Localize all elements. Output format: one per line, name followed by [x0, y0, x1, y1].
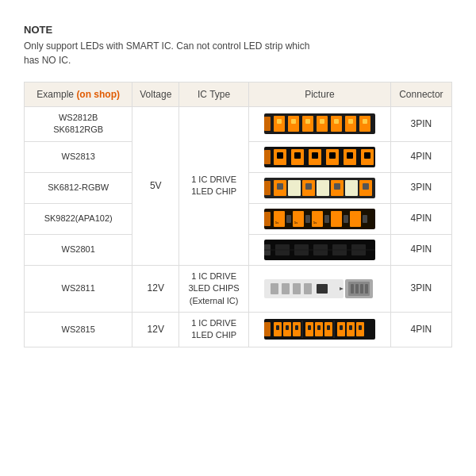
svg-rect-77 — [360, 284, 363, 294]
svg-rect-15 — [363, 119, 367, 124]
example-cell: WS2815 — [25, 312, 132, 347]
header-picture: Picture — [249, 83, 391, 107]
svg-text:5v: 5v — [275, 221, 278, 225]
svg-rect-28 — [347, 152, 353, 159]
picture-cell — [249, 312, 391, 347]
svg-rect-35 — [317, 180, 329, 196]
example-cell: WS2801 — [25, 234, 132, 265]
table-row: WS2811 12V 1 IC DRIVE3LED CHIPS(External… — [25, 265, 452, 312]
svg-rect-29 — [364, 152, 370, 159]
on-shop-label: (on shop) — [76, 89, 120, 100]
svg-text:5v: 5v — [294, 221, 298, 225]
svg-rect-72 — [304, 283, 312, 294]
picture-cell — [249, 107, 391, 142]
ic-type-cell-1: 1 IC DRIVE1LED CHIP — [179, 107, 249, 266]
svg-rect-71 — [293, 283, 301, 294]
header-example: Example (on shop) — [25, 83, 132, 107]
example-cell: SK6812-RGBW — [25, 172, 132, 203]
svg-rect-52 — [324, 215, 329, 223]
svg-rect-31 — [264, 181, 271, 195]
picture-cell — [249, 172, 391, 203]
picture-cell — [249, 265, 391, 312]
connector-cell: 3PIN — [390, 107, 451, 142]
svg-rect-54 — [363, 215, 367, 223]
note-text: Only support LEDs with SMART IC. Can not… — [24, 39, 452, 67]
example-cell: SK9822(APA102) — [25, 203, 132, 234]
svg-rect-11 — [305, 119, 310, 124]
svg-rect-24 — [277, 152, 283, 159]
svg-rect-75 — [351, 284, 354, 294]
svg-rect-13 — [334, 119, 339, 124]
note-line2: has NO IC. — [24, 55, 71, 66]
example-cell: WS2811 — [25, 265, 132, 312]
svg-rect-78 — [365, 284, 368, 294]
example-cell: WS2813 — [25, 141, 132, 172]
svg-rect-25 — [294, 152, 301, 159]
svg-rect-53 — [344, 215, 348, 223]
svg-rect-9 — [277, 119, 282, 124]
header-ic-type: IC Type — [179, 83, 249, 107]
table-row: WS2812BSK6812RGB 5V 1 IC DRIVE1LED CHIP — [25, 107, 452, 142]
svg-rect-10 — [291, 119, 296, 124]
header-voltage: Voltage — [132, 83, 179, 107]
connector-cell: 4PIN — [390, 141, 451, 172]
note-line1: Only support LEDs with SMART IC. Can not… — [24, 40, 309, 52]
svg-rect-33 — [288, 180, 301, 196]
header-connector: Connector — [390, 83, 451, 107]
svg-rect-92 — [295, 325, 298, 330]
picture-cell: 5v 5v 5v — [249, 203, 391, 234]
svg-rect-45 — [274, 211, 285, 227]
example-cell: WS2812BSK6812RGB — [25, 107, 132, 142]
note-title: NOTE — [24, 24, 452, 36]
svg-rect-97 — [349, 325, 352, 330]
svg-rect-26 — [312, 152, 318, 159]
svg-rect-80 — [264, 322, 271, 336]
svg-rect-46 — [293, 211, 304, 227]
picture-cell — [249, 141, 391, 172]
svg-rect-48 — [331, 211, 342, 227]
note-section: NOTE Only support LEDs with SMART IC. Ca… — [24, 24, 452, 67]
connector-cell: 4PIN — [390, 234, 451, 265]
voltage-cell-12v-2: 12V — [132, 312, 179, 347]
svg-rect-1 — [264, 117, 271, 131]
svg-rect-12 — [320, 119, 324, 124]
svg-rect-95 — [327, 325, 330, 330]
voltage-cell-5v: 5V — [132, 107, 179, 266]
svg-rect-17 — [264, 150, 271, 164]
svg-rect-94 — [317, 325, 321, 330]
connector-cell: 4PIN — [390, 312, 451, 347]
svg-rect-91 — [286, 325, 289, 330]
connector-cell: 4PIN — [390, 203, 451, 234]
svg-rect-90 — [276, 325, 279, 330]
svg-rect-44 — [264, 212, 271, 226]
svg-rect-73 — [317, 284, 328, 294]
svg-text:5v: 5v — [313, 221, 317, 225]
svg-rect-41 — [334, 183, 340, 190]
svg-rect-70 — [282, 283, 290, 294]
svg-rect-14 — [348, 119, 353, 124]
svg-rect-42 — [363, 183, 369, 190]
main-container: NOTE Only support LEDs with SMART IC. Ca… — [0, 0, 476, 363]
svg-rect-47 — [312, 211, 323, 227]
picture-cell — [249, 234, 391, 265]
svg-rect-37 — [345, 180, 358, 196]
svg-rect-49 — [350, 211, 361, 227]
comparison-table: Example (on shop) Voltage IC Type Pictur… — [24, 82, 452, 347]
svg-rect-51 — [305, 215, 310, 223]
voltage-cell-12v-1: 12V — [132, 265, 179, 312]
svg-rect-50 — [286, 215, 291, 223]
svg-rect-39 — [277, 183, 283, 190]
svg-rect-27 — [329, 152, 336, 159]
svg-rect-40 — [305, 183, 312, 190]
table-row: WS2815 12V 1 IC DRIVE1LED CHIP — [25, 312, 452, 347]
svg-rect-98 — [359, 325, 362, 330]
svg-rect-96 — [340, 325, 343, 330]
svg-rect-76 — [355, 284, 359, 294]
ic-type-cell-3: 1 IC DRIVE1LED CHIP — [179, 312, 249, 347]
connector-cell: 3PIN — [390, 265, 451, 312]
ic-type-cell-2: 1 IC DRIVE3LED CHIPS(External IC) — [179, 265, 249, 312]
connector-cell: 3PIN — [390, 172, 451, 203]
svg-rect-93 — [308, 325, 311, 330]
svg-rect-69 — [271, 283, 278, 294]
